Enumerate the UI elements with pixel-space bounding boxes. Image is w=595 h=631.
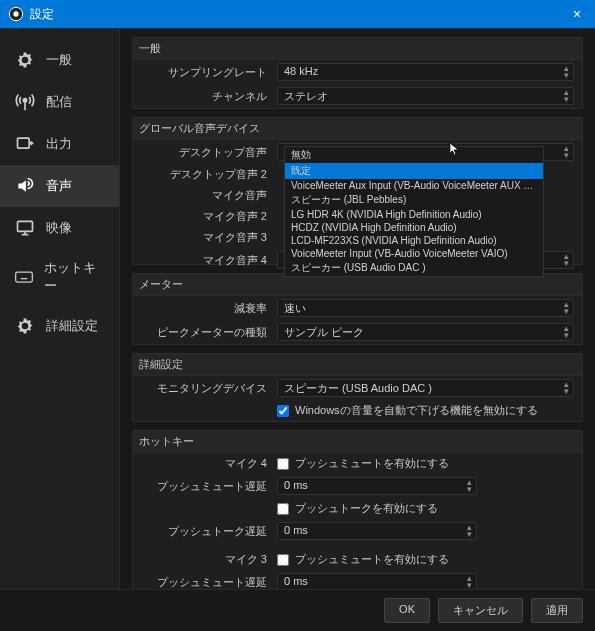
sidebar: 一般 配信 出力 音声 映像 ホットキー xyxy=(0,28,120,589)
chevron-updown-icon: ▴▾ xyxy=(564,89,569,103)
sidebar-label: ホットキー xyxy=(44,259,105,295)
chevron-updown-icon: ▴▾ xyxy=(467,575,472,589)
svg-rect-8 xyxy=(16,272,33,282)
sample-rate-select[interactable]: 48 kHz▴▾ xyxy=(277,63,574,81)
close-icon[interactable]: × xyxy=(567,6,587,22)
chevron-updown-icon: ▴▾ xyxy=(564,145,569,159)
channel-select[interactable]: ステレオ▴▾ xyxy=(277,87,574,105)
mic4-ptt-checkbox[interactable] xyxy=(277,503,289,515)
mic4-ptt-delay-spin[interactable]: 0 ms▴▾ xyxy=(277,522,477,540)
chevron-updown-icon: ▴▾ xyxy=(467,524,472,538)
channel-label: チャンネル xyxy=(141,89,271,104)
sidebar-label: 音声 xyxy=(46,177,72,195)
sidebar-label: 映像 xyxy=(46,219,72,237)
sidebar-label: 一般 xyxy=(46,51,72,69)
desktop2-dropdown[interactable]: 無効 既定 VoiceMeeter Aux Input (VB-Audio Vo… xyxy=(284,146,544,277)
section-meter: メーター 減衰率 速い▴▾ ピークメーターの種類 サンプル ピーク▴▾ xyxy=(132,273,583,345)
speaker-icon xyxy=(14,175,36,197)
cancel-button[interactable]: キャンセル xyxy=(438,598,523,623)
svg-point-2 xyxy=(23,99,26,102)
monitor-device-label: モニタリングデバイス xyxy=(141,381,271,396)
section-header: グローバル音声デバイス xyxy=(133,118,582,140)
disable-ducking-checkbox[interactable] xyxy=(277,405,289,417)
section-header: メーター xyxy=(133,274,582,296)
peak-type-select[interactable]: サンプル ピーク▴▾ xyxy=(277,323,574,341)
sidebar-item-audio[interactable]: 音声 xyxy=(0,165,119,207)
keyboard-icon xyxy=(14,266,34,288)
mic4-ptm-checkbox[interactable] xyxy=(277,458,289,470)
chevron-updown-icon: ▴▾ xyxy=(564,325,569,339)
advanced-icon xyxy=(14,315,36,337)
mic2-label: マイク音声 2 xyxy=(141,209,271,224)
dropdown-item[interactable]: VoiceMeeter Aux Input (VB-Audio VoiceMee… xyxy=(285,179,543,192)
section-general: 一般 サンプリングレート 48 kHz▴▾ チャンネル ステレオ▴▾ xyxy=(132,37,583,109)
app-icon xyxy=(8,6,24,22)
footer: OK キャンセル 適用 xyxy=(0,589,595,631)
sidebar-label: 詳細設定 xyxy=(46,317,98,335)
sample-rate-label: サンプリングレート xyxy=(141,65,271,80)
section-header: 一般 xyxy=(133,38,582,60)
settings-window: 設定 × 一般 配信 出力 音声 映像 xyxy=(0,0,595,631)
dropdown-item[interactable]: 既定 xyxy=(285,163,543,179)
desktop2-label: デスクトップ音声 2 xyxy=(141,167,271,182)
desktop1-label: デスクトップ音声 xyxy=(141,145,271,160)
mic1-label: マイク音声 xyxy=(141,188,271,203)
chevron-updown-icon: ▴▾ xyxy=(467,479,472,493)
hotkey-mic4-label: マイク 4 xyxy=(141,456,271,471)
ptm-delay-label: プッシュミュート遅延 xyxy=(141,575,271,590)
mic3-ptm-delay-spin[interactable]: 0 ms▴▾ xyxy=(277,573,477,589)
section-hotkey: ホットキー マイク 4 プッシュミュートを有効にする プッシュミュート遅延 0 … xyxy=(132,430,583,589)
sidebar-label: 出力 xyxy=(46,135,72,153)
section-advanced: 詳細設定 モニタリングデバイス スピーカー (USB Audio DAC )▴▾… xyxy=(132,353,583,422)
sidebar-item-hotkeys[interactable]: ホットキー xyxy=(0,249,119,305)
dropdown-item[interactable]: 無効 xyxy=(285,147,543,163)
sidebar-item-stream[interactable]: 配信 xyxy=(0,81,119,123)
hotkey-mic3-label: マイク 3 xyxy=(141,552,271,567)
mic4-ptm-delay-spin[interactable]: 0 ms▴▾ xyxy=(277,477,477,495)
sidebar-label: 配信 xyxy=(46,93,72,111)
mic3-label: マイク音声 3 xyxy=(141,230,271,245)
dropdown-item[interactable]: スピーカー (USB Audio DAC ) xyxy=(285,260,543,276)
gear-icon xyxy=(14,49,36,71)
ok-button[interactable]: OK xyxy=(384,598,430,623)
chevron-updown-icon: ▴▾ xyxy=(564,381,569,395)
svg-point-1 xyxy=(13,11,18,16)
chevron-updown-icon: ▴▾ xyxy=(564,301,569,315)
peak-type-label: ピークメーターの種類 xyxy=(141,325,271,340)
output-icon xyxy=(14,133,36,155)
decay-select[interactable]: 速い▴▾ xyxy=(277,299,574,317)
disable-ducking-label: Windowsの音量を自動で下げる機能を無効にする xyxy=(295,403,538,418)
dropdown-item[interactable]: LG HDR 4K (NVIDIA High Definition Audio) xyxy=(285,208,543,221)
chevron-updown-icon: ▴▾ xyxy=(564,253,569,267)
monitor-device-select[interactable]: スピーカー (USB Audio DAC )▴▾ xyxy=(277,379,574,397)
decay-label: 減衰率 xyxy=(141,301,271,316)
sidebar-item-advanced[interactable]: 詳細設定 xyxy=(0,305,119,347)
section-header: ホットキー xyxy=(133,431,582,453)
svg-rect-5 xyxy=(18,221,33,231)
content-area: 一般 サンプリングレート 48 kHz▴▾ チャンネル ステレオ▴▾ グローバル… xyxy=(120,28,595,589)
antenna-icon xyxy=(14,91,36,113)
dropdown-item[interactable]: スピーカー (JBL Pebbles) xyxy=(285,192,543,208)
sidebar-item-video[interactable]: 映像 xyxy=(0,207,119,249)
ptt-delay-label: プッシュトーク遅延 xyxy=(141,524,271,539)
window-title: 設定 xyxy=(30,6,54,23)
svg-rect-4 xyxy=(18,138,30,148)
dropdown-item[interactable]: VoiceMeeter Input (VB-Audio VoiceMeeter … xyxy=(285,247,543,260)
sidebar-item-output[interactable]: 出力 xyxy=(0,123,119,165)
titlebar: 設定 × xyxy=(0,0,595,28)
chevron-updown-icon: ▴▾ xyxy=(564,65,569,79)
apply-button[interactable]: 適用 xyxy=(531,598,583,623)
monitor-icon xyxy=(14,217,36,239)
ptm-delay-label: プッシュミュート遅延 xyxy=(141,479,271,494)
dropdown-item[interactable]: LCD-MF223XS (NVIDIA High Definition Audi… xyxy=(285,234,543,247)
sidebar-item-general[interactable]: 一般 xyxy=(0,39,119,81)
section-header: 詳細設定 xyxy=(133,354,582,376)
mic3-ptm-checkbox[interactable] xyxy=(277,554,289,566)
mic4-label: マイク音声 4 xyxy=(141,253,271,268)
dropdown-item[interactable]: HCDZ (NVIDIA High Definition Audio) xyxy=(285,221,543,234)
